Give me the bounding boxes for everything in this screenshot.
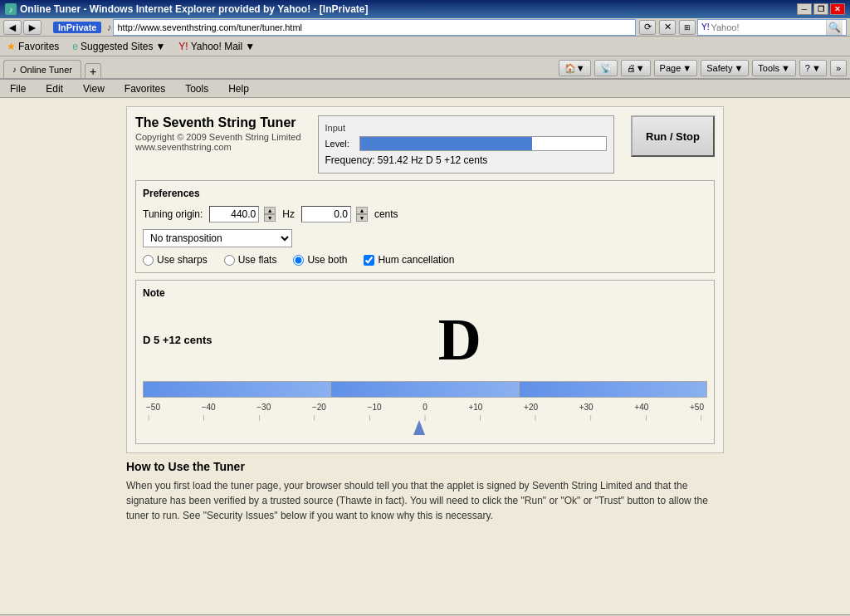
- favorites-bar: ★ Favorites e Suggested Sites ▼ Y! Yahoo…: [0, 37, 850, 56]
- level-bar-fill: [360, 137, 533, 150]
- tuning-origin-row: Tuning origin: ▲ ▼ Hz ▲ ▼ cents: [143, 206, 707, 222]
- use-flats-option[interactable]: Use flats: [224, 254, 277, 266]
- preferences-title: Preferences: [143, 188, 707, 199]
- help-button[interactable]: ? ▼: [799, 60, 827, 76]
- stop-button[interactable]: ✕: [659, 20, 676, 35]
- menu-view[interactable]: View: [80, 81, 108, 96]
- tools-button[interactable]: Tools ▼: [752, 60, 796, 76]
- hz-down-button[interactable]: ▼: [264, 214, 276, 222]
- search-bar: Y! 🔍: [697, 19, 847, 36]
- address-bar[interactable]: [113, 19, 636, 36]
- address-input[interactable]: [117, 22, 632, 32]
- use-both-radio[interactable]: [293, 255, 304, 266]
- ie-icon: e: [72, 41, 78, 52]
- tick-10: |: [645, 413, 647, 420]
- tuning-cents-input[interactable]: [301, 206, 351, 222]
- close-button[interactable]: ✕: [830, 3, 845, 15]
- menu-edit[interactable]: Edit: [42, 81, 66, 96]
- search-input[interactable]: [711, 22, 826, 32]
- search-button[interactable]: 🔍: [826, 20, 843, 35]
- how-to-section: How to Use the Tuner When you first load…: [126, 460, 724, 523]
- page-label: Page: [660, 63, 681, 73]
- scale-minus20: −20: [312, 403, 326, 412]
- note-display: D 5 +12 cents D: [143, 306, 707, 374]
- use-flats-radio[interactable]: [224, 255, 235, 266]
- rss-button[interactable]: 📡: [594, 60, 618, 76]
- yahoo-mail-label: Yahoo! Mail: [191, 41, 242, 52]
- new-tab-button[interactable]: +: [85, 63, 101, 78]
- hz-label: Hz: [282, 208, 295, 220]
- cents-up-button[interactable]: ▲: [356, 207, 368, 214]
- page-button[interactable]: Page ▼: [654, 60, 698, 76]
- transposition-select[interactable]: No transposition A instrument Bb instrum…: [143, 229, 292, 247]
- frequency-text: Frequency: 591.42 Hz D 5 +12 cents: [325, 154, 608, 166]
- howto-text: When you first load the tuner page, your…: [126, 478, 724, 523]
- tick-5: |: [369, 413, 370, 420]
- tab-toolbar-right: 🏠▼ 📡 🖨▼ Page ▼ Safety ▼ Tools ▼ ? ▼ »: [559, 60, 847, 78]
- refresh-button[interactable]: ⟳: [639, 20, 656, 35]
- menu-help[interactable]: Help: [225, 81, 252, 96]
- needle-container: [143, 420, 707, 437]
- note-display-row: Use sharps Use flats Use both Hum cancel…: [143, 254, 707, 266]
- back-button[interactable]: ◄: [3, 20, 22, 35]
- yahoo-logo: Y!: [701, 22, 709, 32]
- forward-button[interactable]: ►: [23, 20, 42, 35]
- suggested-arrow-icon: ▼: [155, 41, 165, 52]
- safety-button[interactable]: Safety ▼: [701, 60, 749, 76]
- use-both-option[interactable]: Use both: [293, 254, 347, 266]
- scale-minus50: −50: [146, 403, 160, 412]
- tuner-copyright: Copyright © 2009 Seventh String Limited: [135, 132, 301, 142]
- window-title: Online Tuner - Windows Internet Explorer…: [20, 3, 369, 15]
- tab-label: Online Tuner: [20, 65, 72, 75]
- menu-favorites[interactable]: Favorites: [121, 81, 169, 96]
- note-section: Note D 5 +12 cents D −50 −40 −30 −20 −10: [135, 280, 715, 444]
- inprivate-badge: InPrivate: [53, 22, 101, 33]
- more-button[interactable]: »: [830, 60, 847, 76]
- run-stop-button[interactable]: Run / Stop: [631, 115, 715, 157]
- use-sharps-option[interactable]: Use sharps: [143, 254, 208, 266]
- meter-track: [143, 381, 707, 398]
- cents-label: cents: [374, 208, 398, 220]
- cents-down-button[interactable]: ▼: [356, 214, 368, 222]
- restore-button[interactable]: ❐: [813, 3, 828, 15]
- meter-segment-mid: [331, 382, 519, 397]
- meter-segment-right: [520, 382, 706, 397]
- tick-1: |: [148, 413, 149, 420]
- use-both-label: Use both: [307, 254, 347, 266]
- print-button[interactable]: 🖨▼: [621, 60, 651, 76]
- tuning-origin-label: Tuning origin:: [143, 208, 203, 220]
- level-label: Level:: [325, 139, 354, 149]
- tick-7: |: [479, 413, 481, 420]
- minimize-button[interactable]: ─: [797, 3, 812, 15]
- tab-online-tuner[interactable]: ♪ Online Tuner: [3, 60, 81, 78]
- hum-cancellation-option[interactable]: Hum cancellation: [364, 254, 454, 266]
- tools-arrow-icon: ▼: [781, 63, 790, 73]
- menu-tools[interactable]: Tools: [182, 81, 212, 96]
- meter-scale: −50 −40 −30 −20 −10 0 +10 +20 +30 +40 +5…: [143, 401, 707, 413]
- hum-cancellation-checkbox[interactable]: [364, 255, 374, 266]
- use-sharps-radio[interactable]: [143, 255, 154, 266]
- tuning-hz-input[interactable]: [209, 206, 259, 222]
- nav-bar: ◄ ► InPrivate ♪ ⟳ ✕ ⊞ Y! 🔍: [0, 18, 850, 37]
- menu-file[interactable]: File: [7, 81, 29, 96]
- hz-up-button[interactable]: ▲: [264, 207, 276, 214]
- note-big-display: D: [212, 306, 707, 374]
- favorites-label: Favorites: [18, 41, 59, 52]
- input-section: Input Level: Frequency: 591.42 Hz D 5 +1…: [318, 115, 615, 174]
- tick-2: |: [203, 413, 205, 420]
- compat-button[interactable]: ⊞: [679, 20, 696, 35]
- home-button[interactable]: 🏠▼: [559, 60, 591, 76]
- scale-plus50: +50: [690, 403, 704, 412]
- preferences-section: Preferences Tuning origin: ▲ ▼ Hz ▲ ▼ ce…: [135, 180, 715, 273]
- help-arrow-icon: ▼: [812, 63, 821, 73]
- tuner-box: The Seventh String Tuner Copyright © 200…: [126, 106, 724, 453]
- note-title: Note: [143, 287, 707, 299]
- use-sharps-label: Use sharps: [157, 254, 208, 266]
- music-icon: ♪: [106, 22, 111, 33]
- tuning-needle: [413, 420, 425, 435]
- star-icon: ★: [7, 41, 16, 52]
- scale-plus40: +40: [634, 403, 648, 412]
- favorites-button[interactable]: ★ Favorites: [3, 39, 62, 54]
- suggested-sites-button[interactable]: e Suggested Sites ▼: [69, 39, 169, 54]
- yahoo-mail-button[interactable]: Y! Yahoo! Mail ▼: [175, 39, 258, 54]
